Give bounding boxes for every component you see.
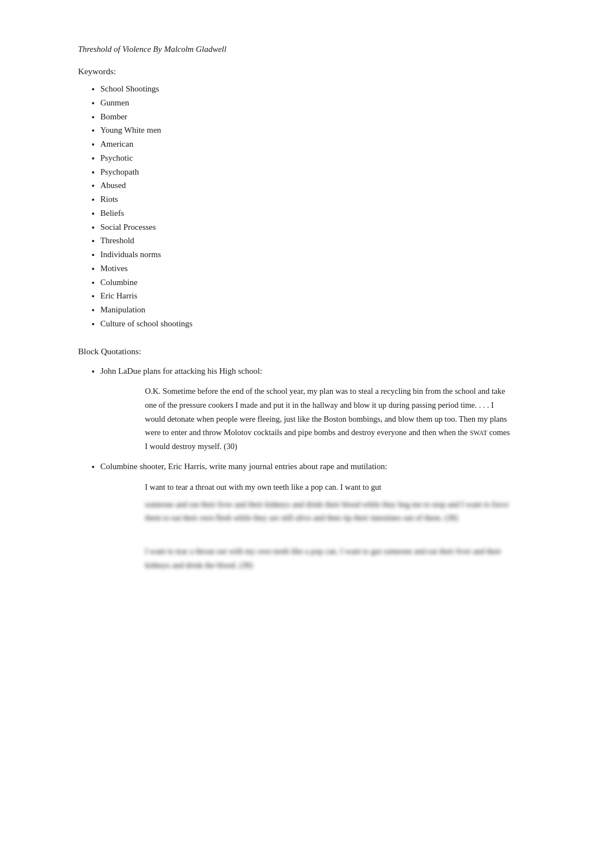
keyword-item-14: Columbine	[100, 276, 514, 290]
keyword-item-0: School Shootings	[100, 82, 514, 96]
keyword-item-16: Manipulation	[100, 303, 514, 317]
keyword-item-6: Psychopath	[100, 165, 514, 179]
block-quotations-label: Block Quotations:	[78, 346, 514, 356]
keyword-item-7: Abused	[100, 179, 514, 192]
block-item-1-intro: John LaDue plans for attacking his High …	[100, 367, 262, 375]
block-quote-2-blurred-2: I want to tear a throat out with my own …	[145, 544, 514, 572]
page-title: Threshold of Violence By Malcolm Gladwel…	[78, 45, 514, 54]
keyword-item-3: Young White men	[100, 123, 514, 137]
keywords-label: Keywords:	[78, 66, 514, 76]
block-list: John LaDue plans for attacking his High …	[78, 364, 514, 572]
block-quote-2-visible: I want to tear a throat out with my own …	[145, 480, 514, 494]
swat-text: SWAT	[470, 429, 487, 437]
keyword-item-15: Eric Harris	[100, 289, 514, 303]
keyword-item-11: Threshold	[100, 234, 514, 248]
keyword-item-9: Beliefs	[100, 206, 514, 220]
block-list-item-2: Columbine shooter, Eric Harris, write ma…	[100, 460, 514, 572]
block-quote-2-blurred-1: someone and eat their liver and their ki…	[145, 498, 514, 525]
block-quote-1: O.K. Sometime before the end of the scho…	[145, 384, 514, 453]
keyword-item-12: Individuals norms	[100, 248, 514, 262]
keywords-list: School ShootingsGunmenBomberYoung White …	[78, 82, 514, 331]
block-quote-1-text: O.K. Sometime before the end of the scho…	[145, 384, 514, 453]
keyword-item-1: Gunmen	[100, 96, 514, 110]
keyword-item-10: Social Processes	[100, 220, 514, 234]
keyword-item-5: Psychotic	[100, 151, 514, 165]
keyword-item-2: Bomber	[100, 110, 514, 124]
keyword-item-17: Culture of school shootings	[100, 317, 514, 331]
keyword-item-4: American	[100, 137, 514, 151]
keyword-item-13: Motives	[100, 262, 514, 276]
block-quote-2: I want to tear a throat out with my own …	[145, 480, 514, 572]
keyword-item-8: Riots	[100, 192, 514, 206]
block-item-2-intro: Columbine shooter, Eric Harris, write ma…	[100, 462, 387, 471]
block-list-item-1: John LaDue plans for attacking his High …	[100, 364, 514, 454]
